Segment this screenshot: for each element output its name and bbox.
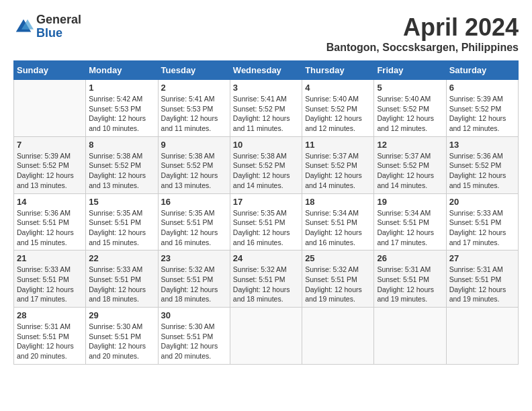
day-info: Sunrise: 5:31 AMSunset: 5:51 PMDaylight:…: [17, 322, 83, 361]
day-number: 10: [233, 140, 299, 150]
day-info: Sunrise: 5:40 AMSunset: 5:52 PMDaylight:…: [305, 94, 371, 134]
calendar-cell: 3Sunrise: 5:41 AMSunset: 5:52 PMDaylight…: [230, 80, 302, 137]
calendar-cell: 20Sunrise: 5:33 AMSunset: 5:51 PMDayligh…: [446, 193, 518, 250]
day-number: 17: [233, 197, 299, 207]
day-number: 27: [449, 253, 515, 263]
calendar-cell: 16Sunrise: 5:35 AMSunset: 5:51 PMDayligh…: [158, 193, 230, 250]
calendar-cell: [446, 308, 518, 365]
header: General Blue April 2024 Bantogon, Soccsk…: [13, 13, 519, 54]
calendar-cell: 14Sunrise: 5:36 AMSunset: 5:51 PMDayligh…: [14, 193, 86, 250]
day-number: 1: [89, 83, 154, 93]
calendar-cell: 17Sunrise: 5:35 AMSunset: 5:51 PMDayligh…: [230, 193, 302, 250]
header-cell-tuesday: Tuesday: [158, 61, 230, 80]
calendar-week-row: 1Sunrise: 5:42 AMSunset: 5:53 PMDaylight…: [14, 80, 519, 137]
calendar-cell: 15Sunrise: 5:35 AMSunset: 5:51 PMDayligh…: [86, 193, 158, 250]
calendar-cell: [374, 308, 446, 365]
day-number: 26: [377, 253, 443, 263]
day-info: Sunrise: 5:39 AMSunset: 5:52 PMDaylight:…: [17, 151, 83, 191]
day-info: Sunrise: 5:35 AMSunset: 5:51 PMDaylight:…: [161, 208, 227, 248]
calendar-week-row: 28Sunrise: 5:31 AMSunset: 5:51 PMDayligh…: [14, 308, 519, 365]
header-cell-thursday: Thursday: [302, 61, 374, 80]
calendar-cell: 13Sunrise: 5:36 AMSunset: 5:52 PMDayligh…: [446, 136, 518, 193]
calendar-cell: 26Sunrise: 5:31 AMSunset: 5:51 PMDayligh…: [374, 250, 446, 308]
calendar-cell: 23Sunrise: 5:32 AMSunset: 5:51 PMDayligh…: [158, 250, 230, 308]
calendar-table: SundayMondayTuesdayWednesdayThursdayFrid…: [13, 60, 519, 365]
day-number: 25: [305, 253, 371, 263]
calendar-cell: 22Sunrise: 5:33 AMSunset: 5:51 PMDayligh…: [86, 250, 158, 308]
calendar-cell: 28Sunrise: 5:31 AMSunset: 5:51 PMDayligh…: [14, 308, 86, 365]
calendar-cell: 7Sunrise: 5:39 AMSunset: 5:52 PMDaylight…: [14, 136, 86, 193]
calendar-cell: 5Sunrise: 5:40 AMSunset: 5:52 PMDaylight…: [374, 80, 446, 137]
day-number: 24: [233, 253, 299, 263]
calendar-cell: 1Sunrise: 5:42 AMSunset: 5:53 PMDaylight…: [86, 80, 158, 137]
day-info: Sunrise: 5:35 AMSunset: 5:51 PMDaylight:…: [233, 208, 299, 248]
day-number: 3: [233, 83, 299, 93]
day-info: Sunrise: 5:41 AMSunset: 5:53 PMDaylight:…: [161, 94, 227, 134]
day-info: Sunrise: 5:32 AMSunset: 5:51 PMDaylight:…: [233, 265, 299, 304]
calendar-header: SundayMondayTuesdayWednesdayThursdayFrid…: [14, 61, 519, 80]
calendar-cell: 2Sunrise: 5:41 AMSunset: 5:53 PMDaylight…: [158, 80, 230, 137]
day-number: 21: [17, 253, 83, 263]
day-number: 12: [377, 140, 443, 150]
header-cell-monday: Monday: [86, 61, 158, 80]
day-info: Sunrise: 5:30 AMSunset: 5:51 PMDaylight:…: [161, 322, 227, 361]
day-number: 9: [161, 140, 227, 150]
day-info: Sunrise: 5:39 AMSunset: 5:52 PMDaylight:…: [449, 94, 515, 134]
day-number: 4: [305, 83, 371, 93]
calendar-cell: [302, 308, 374, 365]
day-info: Sunrise: 5:33 AMSunset: 5:51 PMDaylight:…: [89, 265, 154, 304]
calendar-cell: 19Sunrise: 5:34 AMSunset: 5:51 PMDayligh…: [374, 193, 446, 250]
logo-blue: Blue: [36, 27, 81, 40]
calendar-cell: 21Sunrise: 5:33 AMSunset: 5:51 PMDayligh…: [14, 250, 86, 308]
calendar-cell: 11Sunrise: 5:37 AMSunset: 5:52 PMDayligh…: [302, 136, 374, 193]
logo-general: General: [36, 13, 81, 27]
header-cell-wednesday: Wednesday: [230, 61, 302, 80]
day-info: Sunrise: 5:41 AMSunset: 5:52 PMDaylight:…: [233, 94, 299, 134]
day-info: Sunrise: 5:40 AMSunset: 5:52 PMDaylight:…: [377, 94, 443, 134]
calendar-cell: 27Sunrise: 5:31 AMSunset: 5:51 PMDayligh…: [446, 250, 518, 308]
day-number: 8: [89, 140, 154, 150]
day-info: Sunrise: 5:36 AMSunset: 5:52 PMDaylight:…: [449, 151, 515, 191]
calendar-week-row: 21Sunrise: 5:33 AMSunset: 5:51 PMDayligh…: [14, 250, 519, 308]
header-cell-sunday: Sunday: [14, 61, 86, 80]
day-number: 14: [17, 197, 83, 207]
day-info: Sunrise: 5:30 AMSunset: 5:51 PMDaylight:…: [89, 322, 154, 361]
day-number: 15: [89, 197, 154, 207]
day-number: 13: [449, 140, 515, 150]
day-info: Sunrise: 5:34 AMSunset: 5:51 PMDaylight:…: [305, 208, 371, 248]
day-number: 18: [305, 197, 371, 207]
day-number: 20: [449, 197, 515, 207]
day-info: Sunrise: 5:36 AMSunset: 5:51 PMDaylight:…: [17, 208, 83, 248]
calendar-cell: [230, 308, 302, 365]
calendar-cell: 29Sunrise: 5:30 AMSunset: 5:51 PMDayligh…: [86, 308, 158, 365]
day-info: Sunrise: 5:31 AMSunset: 5:51 PMDaylight:…: [449, 265, 515, 304]
calendar-cell: 18Sunrise: 5:34 AMSunset: 5:51 PMDayligh…: [302, 193, 374, 250]
day-info: Sunrise: 5:37 AMSunset: 5:52 PMDaylight:…: [305, 151, 371, 191]
calendar-cell: 8Sunrise: 5:38 AMSunset: 5:52 PMDaylight…: [86, 136, 158, 193]
location-title: Bantogon, Soccsksargen, Philippines: [326, 42, 519, 54]
day-info: Sunrise: 5:38 AMSunset: 5:52 PMDaylight:…: [233, 151, 299, 191]
calendar-cell: [14, 80, 86, 137]
day-info: Sunrise: 5:33 AMSunset: 5:51 PMDaylight:…: [17, 265, 83, 304]
calendar-cell: 25Sunrise: 5:32 AMSunset: 5:51 PMDayligh…: [302, 250, 374, 308]
day-info: Sunrise: 5:31 AMSunset: 5:51 PMDaylight:…: [377, 265, 443, 304]
day-number: 19: [377, 197, 443, 207]
day-number: 22: [89, 253, 154, 263]
day-info: Sunrise: 5:37 AMSunset: 5:52 PMDaylight:…: [377, 151, 443, 191]
day-info: Sunrise: 5:38 AMSunset: 5:52 PMDaylight:…: [89, 151, 154, 191]
day-info: Sunrise: 5:34 AMSunset: 5:51 PMDaylight:…: [377, 208, 443, 248]
day-number: 30: [161, 310, 227, 320]
day-number: 7: [17, 140, 83, 150]
logo: General Blue: [13, 13, 81, 40]
day-number: 5: [377, 83, 443, 93]
day-info: Sunrise: 5:32 AMSunset: 5:51 PMDaylight:…: [161, 265, 227, 304]
calendar-cell: 12Sunrise: 5:37 AMSunset: 5:52 PMDayligh…: [374, 136, 446, 193]
calendar-cell: 9Sunrise: 5:38 AMSunset: 5:52 PMDaylight…: [158, 136, 230, 193]
calendar-week-row: 7Sunrise: 5:39 AMSunset: 5:52 PMDaylight…: [14, 136, 519, 193]
day-number: 28: [17, 310, 83, 320]
title-section: April 2024 Bantogon, Soccsksargen, Phili…: [326, 13, 519, 54]
calendar-cell: 4Sunrise: 5:40 AMSunset: 5:52 PMDaylight…: [302, 80, 374, 137]
day-number: 29: [89, 310, 154, 320]
month-year-title: April 2024: [326, 13, 519, 42]
day-info: Sunrise: 5:33 AMSunset: 5:51 PMDaylight:…: [449, 208, 515, 248]
